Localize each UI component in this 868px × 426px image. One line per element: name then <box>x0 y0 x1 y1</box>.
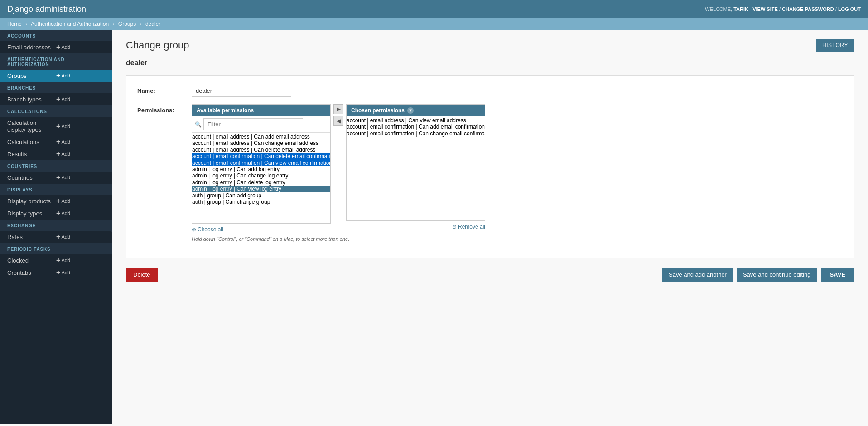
perm-option[interactable]: account | email address | Can add email … <box>192 134 330 140</box>
sidebar-add-results[interactable]: ✚ Add <box>56 151 105 157</box>
sidebar-item-crontabs[interactable]: Crontabs ✚ Add <box>0 267 112 279</box>
move-right-button[interactable]: ▶ <box>333 104 343 114</box>
sidebar-item-email-addresses[interactable]: Email addresses ✚ Add <box>0 41 112 53</box>
brand-title[interactable]: Django administration <box>7 5 86 14</box>
sidebar-item-countries[interactable]: Countries ✚ Add <box>0 172 112 184</box>
sidebar-section-branches: BRANCHES <box>0 82 112 93</box>
sidebar-link-groups[interactable]: Groups <box>7 72 56 79</box>
content-area: Change group HISTORY dealer Name: Permis… <box>112 30 868 424</box>
sidebar-item-display-products[interactable]: Display products ✚ Add <box>0 195 112 207</box>
perm-option[interactable]: account | email confirmation | Can view … <box>192 160 330 166</box>
remove-all-label[interactable]: Remove all <box>458 224 485 230</box>
sidebar-link-email-addresses[interactable]: Email addresses <box>7 44 56 51</box>
view-site-link[interactable]: VIEW SITE <box>752 6 778 12</box>
sidebar-add-display-products[interactable]: ✚ Add <box>56 198 105 204</box>
sidebar-section-accounts: ACCOUNTS <box>0 30 112 41</box>
sidebar-item-calculation-display-types[interactable]: Calculation display types ✚ Add <box>0 117 112 136</box>
choose-all-link[interactable]: ⊕ Choose all <box>192 226 223 233</box>
username: TARIK <box>733 6 748 12</box>
sidebar-item-results[interactable]: Results ✚ Add <box>0 148 112 160</box>
sidebar-item-groups[interactable]: Groups ✚ Add <box>0 70 112 82</box>
chosen-perm-box: Chosen permissions ? account | email add… <box>346 104 485 221</box>
perm-option[interactable]: admin | log entry | Can change log entry <box>192 172 330 179</box>
perm-option[interactable]: account | email address | Can delete ema… <box>192 147 330 153</box>
group-name-display: dealer <box>126 59 854 67</box>
breadcrumb-auth[interactable]: Authentication and Authorization <box>31 21 109 27</box>
sidebar-add-rates[interactable]: ✚ Add <box>56 234 105 240</box>
sidebar-item-rates[interactable]: Rates ✚ Add <box>0 231 112 243</box>
history-button[interactable]: HISTORY <box>816 39 854 52</box>
sidebar-add-calc-display-types[interactable]: ✚ Add <box>56 124 105 129</box>
perm-available-actions: ⊕ Choose all <box>192 226 331 233</box>
name-field-container <box>192 85 843 97</box>
perm-option[interactable]: account | email confirmation | Can delet… <box>192 153 330 159</box>
chosen-permissions-box: Chosen permissions ? account | email add… <box>346 104 485 230</box>
welcome-prefix: WELCOME, <box>705 6 732 12</box>
permissions-widget: Available permissions 🔍 account | email … <box>192 104 843 233</box>
sidebar-link-clocked[interactable]: Clocked <box>7 257 56 264</box>
sidebar-add-countries[interactable]: ✚ Add <box>56 175 105 181</box>
perm-option[interactable]: auth | group | Can add group <box>192 192 330 199</box>
sidebar-link-calculations[interactable]: Calculations <box>7 139 56 145</box>
sidebar-item-display-types[interactable]: Display types ✚ Add <box>0 207 112 220</box>
perm-option[interactable]: admin | log entry | Can view log entry <box>192 186 330 192</box>
perm-option[interactable]: admin | log entry | Can add log entry <box>192 166 330 172</box>
sidebar-link-calc-display-types[interactable]: Calculation display types <box>7 120 56 133</box>
sidebar-add-crontabs[interactable]: ✚ Add <box>56 270 105 276</box>
chosen-perm-option[interactable]: account | email address | Can view email… <box>347 117 485 124</box>
sidebar-section-periodic-tasks: PERIODIC TASKS <box>0 243 112 254</box>
sidebar-item-calculations[interactable]: Calculations ✚ Add <box>0 136 112 148</box>
permissions-help-text: Hold down "Control", or "Command" on a M… <box>192 236 843 242</box>
sidebar-add-calculations[interactable]: ✚ Add <box>56 139 105 145</box>
sidebar-link-branch-types[interactable]: Branch types <box>7 96 56 103</box>
change-password-link[interactable]: CHANGE PASSWORD <box>782 6 834 12</box>
sidebar-link-display-types[interactable]: Display types <box>7 210 56 217</box>
chosen-perm-option[interactable]: account | email confirmation | Can add e… <box>347 124 485 130</box>
permissions-field: Available permissions 🔍 account | email … <box>192 104 843 242</box>
sidebar-add-branch-types[interactable]: ✚ Add <box>56 96 105 102</box>
remove-all-link[interactable]: ⊖ Remove all <box>452 224 485 230</box>
sidebar-link-countries[interactable]: Countries <box>7 174 56 181</box>
breadcrumb-groups[interactable]: Groups <box>118 21 136 27</box>
sidebar-link-crontabs[interactable]: Crontabs <box>7 269 56 276</box>
available-permissions-list[interactable]: account | email address | Can add email … <box>192 133 330 223</box>
chosen-perm-option[interactable]: account | email confirmation | Can chang… <box>347 130 485 137</box>
sidebar-toggle[interactable]: « <box>111 222 112 232</box>
sidebar-add-groups[interactable]: ✚ Add <box>56 73 105 79</box>
sidebar-add-clocked[interactable]: ✚ Add <box>56 258 105 263</box>
log-out-link[interactable]: LOG OUT <box>838 6 861 12</box>
chosen-perm-label: Chosen permissions <box>351 107 405 114</box>
sidebar-add-email-addresses[interactable]: ✚ Add <box>56 44 105 50</box>
remove-all-icon: ⊖ <box>452 224 457 230</box>
perm-option[interactable]: auth | group | Can change group <box>192 199 330 205</box>
name-input[interactable] <box>192 85 291 97</box>
save-continue-editing-button[interactable]: Save and continue editing <box>737 268 817 282</box>
chosen-permissions-list[interactable]: account | email address | Can view email… <box>347 116 485 220</box>
chosen-perm-help-icon[interactable]: ? <box>407 107 414 114</box>
header: Django administration WELCOME, TARIK VIE… <box>0 0 868 18</box>
breadcrumb-home[interactable]: Home <box>7 21 22 27</box>
save-add-another-button[interactable]: Save and add another <box>662 268 733 282</box>
perm-option[interactable]: account | email address | Can change ema… <box>192 140 330 146</box>
perm-chosen-actions: ⊖ Remove all <box>346 224 485 230</box>
perm-option[interactable]: admin | log entry | Can delete log entry <box>192 179 330 186</box>
save-button[interactable]: SAVE <box>821 268 854 282</box>
sidebar-link-results[interactable]: Results <box>7 151 56 158</box>
name-label: Name: <box>137 85 192 94</box>
sidebar-link-display-products[interactable]: Display products <box>7 198 56 205</box>
sidebar-item-branch-types[interactable]: Branch types ✚ Add <box>0 93 112 105</box>
permissions-filter-input[interactable] <box>203 118 303 130</box>
sidebar-item-clocked[interactable]: Clocked ✚ Add <box>0 254 112 267</box>
search-icon: 🔍 <box>195 121 202 128</box>
available-perm-box: Available permissions 🔍 account | email … <box>192 104 331 224</box>
breadcrumb: Home › Authentication and Authorization … <box>0 18 868 30</box>
form-section: Name: Permissions: Available per <box>126 75 854 258</box>
permissions-label: Permissions: <box>137 104 192 114</box>
sidebar-add-display-types[interactable]: ✚ Add <box>56 211 105 216</box>
sidebar-section-countries: COUNTRIES <box>0 160 112 172</box>
perm-arrows: ▶ ◀ <box>331 104 346 126</box>
move-left-button[interactable]: ◀ <box>333 116 343 126</box>
delete-button[interactable]: Delete <box>126 268 158 282</box>
sidebar-link-rates[interactable]: Rates <box>7 234 56 240</box>
choose-all-label[interactable]: Choose all <box>198 226 223 233</box>
